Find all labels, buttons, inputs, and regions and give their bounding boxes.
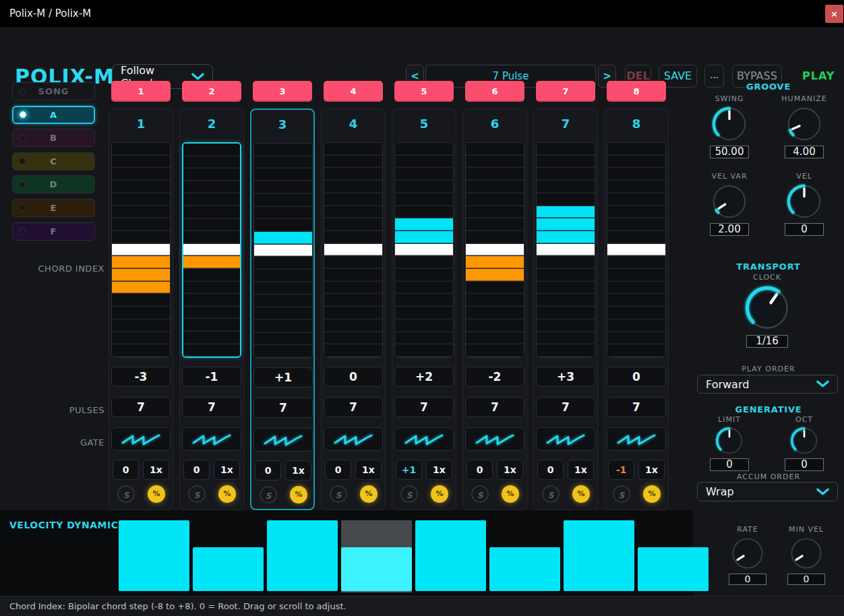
multiplier-value[interactable]: 1x: [426, 460, 452, 480]
probability-button[interactable]: %: [643, 485, 661, 503]
pulses-value[interactable]: 7: [607, 397, 666, 417]
chord-step-grid[interactable]: [253, 143, 313, 359]
velocity-bar-slot[interactable]: [193, 520, 264, 591]
probability-button[interactable]: %: [218, 485, 236, 503]
pulses-value[interactable]: 7: [324, 397, 383, 417]
chord-index-value[interactable]: 0: [607, 367, 666, 387]
vel-knob[interactable]: VEL0: [781, 172, 827, 236]
gate-shape-button[interactable]: [253, 428, 313, 452]
chord-step-grid[interactable]: [394, 142, 454, 358]
trigger-button-8[interactable]: 8: [607, 81, 666, 102]
knob-value[interactable]: 50.00: [710, 146, 749, 158]
octave-value[interactable]: 0: [255, 460, 281, 481]
chord-index-value[interactable]: -2: [465, 367, 524, 387]
chord-step-grid[interactable]: [465, 142, 524, 358]
swing-knob[interactable]: SWING50.00: [706, 94, 752, 158]
vel-var-knob[interactable]: VEL VAR2.00: [706, 172, 752, 236]
solo-button[interactable]: S: [188, 485, 206, 503]
pattern-button-e[interactable]: E: [12, 199, 95, 217]
knob-value[interactable]: 2.00: [710, 223, 749, 236]
velocity-bar-slot[interactable]: [638, 520, 709, 591]
knob-dial[interactable]: [710, 182, 749, 221]
velocity-bar-slot[interactable]: [341, 520, 412, 591]
knob-value[interactable]: 0: [710, 458, 749, 471]
clock-knob[interactable]: CLOCK1/16: [742, 273, 792, 348]
solo-button[interactable]: S: [471, 485, 489, 503]
pulses-value[interactable]: 7: [253, 398, 313, 418]
octave-value[interactable]: 0: [325, 460, 351, 480]
trigger-button-2[interactable]: 2: [182, 81, 241, 102]
play-order-dropdown[interactable]: Forward: [697, 375, 838, 394]
multiplier-value[interactable]: 1x: [214, 460, 240, 480]
gate-shape-button[interactable]: [536, 427, 595, 451]
knob-value[interactable]: 1/16: [746, 335, 788, 348]
knob-dial[interactable]: [788, 535, 824, 572]
pulses-value[interactable]: 7: [536, 397, 595, 417]
chord-index-value[interactable]: +3: [536, 367, 595, 387]
trigger-button-1[interactable]: 1: [111, 81, 171, 102]
gate-shape-button[interactable]: [182, 427, 241, 451]
solo-button[interactable]: S: [330, 485, 347, 503]
pulses-value[interactable]: 7: [394, 397, 454, 417]
gate-shape-button[interactable]: [465, 427, 524, 451]
chord-index-value[interactable]: +2: [394, 367, 454, 387]
rate-knob[interactable]: RATE0: [725, 525, 771, 585]
gate-shape-button[interactable]: [111, 427, 171, 451]
solo-button[interactable]: S: [117, 485, 135, 503]
velocity-bar-slot[interactable]: [119, 520, 189, 591]
pulses-value[interactable]: 7: [465, 397, 524, 417]
knob-value[interactable]: 0: [787, 574, 825, 585]
limit-knob[interactable]: LIMIT0: [706, 415, 752, 471]
pattern-button-f[interactable]: F: [12, 222, 95, 241]
trigger-button-6[interactable]: 6: [465, 81, 524, 102]
pulses-value[interactable]: 7: [111, 397, 171, 417]
solo-button[interactable]: S: [260, 486, 277, 503]
chord-step-grid[interactable]: [324, 142, 383, 358]
min-vel-knob[interactable]: MIN VEL0: [783, 525, 829, 585]
trigger-button-3[interactable]: 3: [253, 81, 312, 102]
probability-button[interactable]: %: [502, 485, 519, 503]
multiplier-value[interactable]: 1x: [143, 460, 169, 480]
probability-button[interactable]: %: [290, 486, 307, 503]
knob-dial[interactable]: [742, 283, 792, 333]
chord-index-value[interactable]: 0: [324, 367, 383, 387]
oct-knob[interactable]: OCT0: [781, 415, 827, 471]
pattern-button-d[interactable]: D: [12, 175, 95, 193]
knob-dial[interactable]: [789, 425, 820, 456]
velocity-bar-slot[interactable]: [564, 520, 634, 591]
knob-dial[interactable]: [729, 535, 766, 572]
velocity-bar-slot[interactable]: [267, 520, 338, 591]
velocity-bar-slot[interactable]: [415, 520, 486, 591]
trigger-button-7[interactable]: 7: [536, 81, 595, 102]
knob-value[interactable]: 0: [729, 574, 766, 585]
octave-value[interactable]: 0: [466, 460, 493, 480]
solo-button[interactable]: S: [400, 485, 418, 503]
knob-dial[interactable]: [714, 425, 745, 456]
play-indicator[interactable]: PLAY: [802, 69, 835, 82]
probability-button[interactable]: %: [431, 485, 448, 503]
chord-step-grid[interactable]: [607, 142, 666, 358]
gate-shape-button[interactable]: [394, 427, 454, 451]
knob-dial[interactable]: [710, 104, 749, 144]
pattern-button-c[interactable]: C: [12, 152, 95, 171]
octave-value[interactable]: +1: [396, 460, 422, 480]
probability-button[interactable]: %: [148, 485, 165, 503]
solo-button[interactable]: S: [613, 485, 630, 503]
multiplier-value[interactable]: 1x: [355, 460, 382, 480]
gate-shape-button[interactable]: [324, 427, 383, 451]
chord-index-value[interactable]: -3: [111, 367, 171, 387]
knob-dial[interactable]: [785, 104, 824, 144]
multiplier-value[interactable]: 1x: [285, 460, 311, 481]
octave-value[interactable]: -1: [608, 460, 634, 480]
chord-index-value[interactable]: -1: [182, 367, 241, 387]
humanize-knob[interactable]: HUMANIZE4.00: [781, 94, 827, 158]
pattern-button-song[interactable]: SONG: [12, 82, 95, 100]
accum-order-dropdown[interactable]: Wrap: [697, 482, 838, 501]
pattern-button-b[interactable]: B: [12, 129, 95, 147]
close-icon[interactable]: ×: [825, 5, 843, 23]
solo-button[interactable]: S: [542, 485, 560, 503]
multiplier-value[interactable]: 1x: [638, 460, 665, 480]
knob-value[interactable]: 4.00: [785, 146, 824, 158]
probability-button[interactable]: %: [572, 485, 590, 503]
chord-step-grid[interactable]: [182, 142, 241, 358]
